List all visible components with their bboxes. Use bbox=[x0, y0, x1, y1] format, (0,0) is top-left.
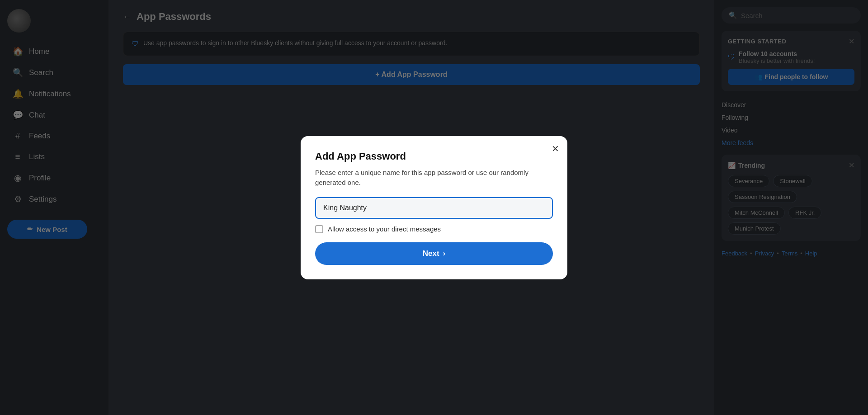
checkbox-label: Allow access to your direct messages bbox=[328, 225, 441, 233]
modal-description: Please enter a unique name for this app … bbox=[315, 168, 553, 188]
next-label: Next bbox=[423, 249, 439, 258]
next-button[interactable]: Next › bbox=[315, 242, 553, 265]
direct-messages-checkbox-row: Allow access to your direct messages bbox=[315, 225, 553, 233]
add-app-password-modal: ✕ Add App Password Please enter a unique… bbox=[301, 136, 567, 279]
modal-title: Add App Password bbox=[315, 151, 553, 162]
next-icon: › bbox=[443, 249, 446, 258]
modal-overlay: ✕ Add App Password Please enter a unique… bbox=[0, 0, 868, 415]
app-password-name-input[interactable] bbox=[315, 197, 553, 219]
direct-messages-checkbox[interactable] bbox=[315, 225, 323, 233]
modal-close-button[interactable]: ✕ bbox=[552, 143, 559, 154]
